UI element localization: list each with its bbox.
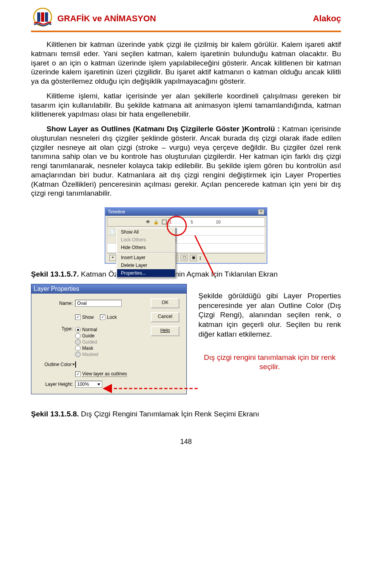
view-outlines-label: View layer as outlines <box>82 371 127 377</box>
svg-rect-3 <box>45 12 48 22</box>
outline-color-swatch[interactable] <box>75 361 76 368</box>
lock-label: Lock <box>107 315 117 320</box>
close-icon[interactable]: × <box>258 209 264 215</box>
edit-multi-icon[interactable]: ▣ <box>190 255 197 261</box>
timeline-screenshot: Timeline × 👁 🔒 1 5 10 <box>105 207 267 264</box>
header-title: GRAFİK ve ANİMASYON <box>57 14 156 24</box>
eye-icon[interactable]: 👁 <box>146 219 150 225</box>
timeline-ruler: 👁 🔒 1 5 10 <box>107 217 265 227</box>
header-author: Alakoç <box>313 14 341 24</box>
header-divider <box>31 31 341 32</box>
timeline-title: Timeline <box>108 209 125 215</box>
radio-guide[interactable] <box>75 333 81 339</box>
radio-normal[interactable] <box>75 327 81 332</box>
paragraph-2: Kilitleme işlemi, katlar içerisinde yer … <box>31 91 341 119</box>
frame-tick-10: 10 <box>216 220 220 224</box>
layer-properties-titlebar: Layer Properties <box>31 284 186 294</box>
svg-rect-1 <box>37 12 40 22</box>
menu-show-all[interactable]: Show All <box>117 228 175 236</box>
menu-insert-layer[interactable]: Insert Layer <box>117 254 175 261</box>
paragraph-1: Kilitlenen bir katman üzerinde yatık çiz… <box>31 40 341 86</box>
layer-height-label: Layer Height: <box>36 382 73 387</box>
outline-toggle-icon[interactable] <box>162 220 167 224</box>
side-paragraph: Şekilde görüldüğü gibi Layer Properties … <box>198 291 341 339</box>
lock-icon[interactable]: 🔒 <box>153 220 159 225</box>
page-header: GRAFİK ve ANİMASYON Alakoç <box>31 8 341 29</box>
onion-outline-icon[interactable]: ▢ <box>181 255 188 261</box>
figure-caption-1: Şekil 13.1.5.7. Katman Özellikleri Pence… <box>31 270 341 279</box>
add-layer-icon[interactable]: + <box>109 255 116 261</box>
radio-mask[interactable] <box>75 346 81 351</box>
frame-marker-1: 1 <box>169 220 172 224</box>
help-button[interactable]: Help <box>151 326 179 336</box>
annotation-text: Dış çizgi rengini tanımlamak için bir re… <box>198 353 341 371</box>
layer-context-menu: Show All Lock Others Hide Others Insert … <box>116 227 176 278</box>
university-logo-icon <box>31 8 54 29</box>
svg-rect-2 <box>41 12 44 22</box>
layer-height-select[interactable]: 100% <box>75 381 102 388</box>
menu-lock-others[interactable]: Lock Others <box>117 236 175 244</box>
type-label: Type: <box>36 326 73 332</box>
timeline-titlebar: Timeline × <box>105 208 267 216</box>
layer-properties-dialog: Layer Properties Name: OK ✓Show ✓Lock Ca… <box>31 284 187 394</box>
layer-icon: 📄 <box>110 229 115 234</box>
name-label: Name: <box>36 301 73 306</box>
dialog-title: Layer Properties <box>34 285 79 292</box>
lock-checkbox[interactable]: ✓ <box>100 315 105 320</box>
page-number: 148 <box>31 438 341 446</box>
cancel-button[interactable]: Cancel <box>151 312 179 322</box>
current-frame: 1 <box>199 256 202 260</box>
view-outlines-checkbox[interactable]: ✓ <box>75 371 81 377</box>
radio-guided[interactable] <box>75 339 81 345</box>
frame-tick-5: 5 <box>191 220 193 224</box>
show-checkbox[interactable]: ✓ <box>75 315 81 320</box>
menu-properties[interactable]: Properties... <box>117 269 175 277</box>
menu-hide-others[interactable]: Hide Others <box>117 244 175 251</box>
radio-masked[interactable] <box>75 352 81 357</box>
name-input[interactable] <box>75 300 122 307</box>
ok-button[interactable]: OK <box>151 298 179 308</box>
paragraph-3: Show Layer as Outlines (Katmanı Dış Çizg… <box>31 124 341 198</box>
figure-caption-2: Şekil 13.1.5.8. Dış Çizgi Rengini Tanıml… <box>31 410 341 418</box>
outline-color-label: Outline Color: <box>36 362 73 367</box>
show-label: Show <box>82 315 94 320</box>
menu-delete-layer[interactable]: Delete Layer <box>117 261 175 269</box>
